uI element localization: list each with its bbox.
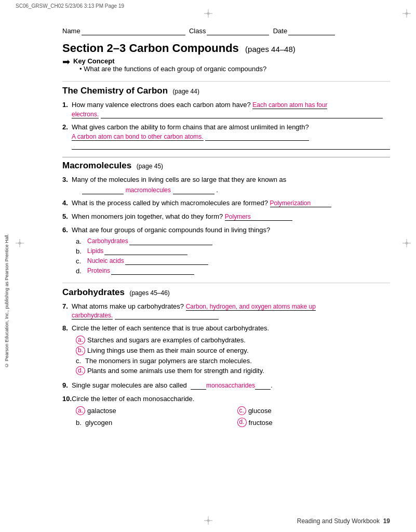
q3-block: Many of the molecules in living cells ar… bbox=[72, 175, 390, 194]
q1-text: How many valence electrons does each car… bbox=[72, 100, 252, 110]
q6-d-answer: Proteins bbox=[87, 267, 110, 274]
q6-d-label: d. bbox=[76, 267, 86, 275]
q9-period: . bbox=[271, 381, 273, 389]
date-label: Date bbox=[273, 27, 287, 35]
carb-page-ref: (pages 45–46) bbox=[129, 289, 169, 297]
q5-row: When monomers join together, what do the… bbox=[72, 212, 390, 221]
date-field[interactable] bbox=[288, 27, 335, 35]
crosshair-right-mid-icon bbox=[402, 239, 411, 247]
q4-blank bbox=[311, 199, 331, 207]
q10-num: 10. bbox=[62, 394, 72, 403]
question-4: 4. What is the process called by which m… bbox=[62, 198, 390, 208]
q3-period: . bbox=[216, 186, 218, 194]
question-8: 8. Circle the letter of each sentence th… bbox=[62, 324, 390, 377]
q1-num: 1. bbox=[62, 100, 72, 109]
q10-a-label: a. bbox=[76, 406, 85, 416]
key-concept-row: ➡ Key Concept • What are the functions o… bbox=[62, 57, 390, 73]
q1-answer-inline: Each carbon atom has four bbox=[252, 101, 327, 109]
q8-d-label: d. bbox=[76, 366, 85, 376]
q2-line2 bbox=[72, 141, 390, 150]
section-pages-ref: (pages 44–48) bbox=[245, 45, 296, 54]
name-class-date-row: Name Class Date bbox=[62, 27, 390, 35]
q6-a-line bbox=[129, 237, 212, 245]
q10-d: d. fructose bbox=[237, 418, 390, 427]
question-1: 1. How many valence electrons does each … bbox=[62, 100, 390, 118]
q9-text: Single sugar molecules are also called bbox=[72, 381, 191, 390]
q8-text: Circle the letter of each sentence that … bbox=[72, 324, 390, 333]
q6-a-label: a. bbox=[76, 237, 86, 245]
q10-a: a. galactose bbox=[76, 406, 229, 416]
q10-choices: a. galactose c. glucose b. glycogen d. f… bbox=[76, 406, 390, 429]
question-7: 7. What atoms make up carbohydrates? Car… bbox=[62, 302, 390, 320]
subsection-chemistry-title: The Chemistry of Carbon (page 44) bbox=[62, 81, 390, 96]
q7-answer-row2: carbohydrates. bbox=[72, 311, 390, 320]
q10-b: b. glycogen bbox=[76, 418, 229, 427]
q8-b-text: Living things use them as their main sou… bbox=[87, 347, 248, 354]
q5-blank bbox=[251, 212, 292, 221]
crosshair-bottom-icon bbox=[204, 516, 212, 525]
q5-block: When monomers join together, what do the… bbox=[72, 212, 390, 221]
q1-blank-line bbox=[101, 110, 383, 118]
q6-c-answer: Nucleic acids bbox=[87, 257, 124, 264]
q6-c: c. Nucleic acids bbox=[76, 257, 390, 265]
q3-answer: macromolecules bbox=[126, 187, 171, 194]
q9-answer: monosaccharides bbox=[206, 382, 255, 389]
footer-page: 19 bbox=[383, 517, 390, 525]
q8-d-text: Plants and some animals use them for str… bbox=[87, 367, 264, 375]
q3-blank-suffix bbox=[173, 186, 214, 194]
q6-b-line bbox=[104, 247, 187, 255]
chemistry-page-ref: (page 44) bbox=[173, 88, 199, 95]
key-concept-text: • What are the functions of each group o… bbox=[79, 65, 266, 73]
q8-d: d. Plants and some animals use them for … bbox=[76, 366, 390, 376]
key-concept-block: Key Concept • What are the functions of … bbox=[73, 57, 266, 73]
section-title-text: Section 2–3 Carbon Compounds bbox=[62, 42, 239, 55]
q2-text: What gives carbon the ability to form ch… bbox=[72, 123, 390, 132]
q7-text: What atoms make up carbohydrates? bbox=[72, 302, 186, 311]
q6-c-label: c. bbox=[76, 257, 86, 265]
q10-d-label: d. bbox=[237, 418, 247, 427]
section-title: Section 2–3 Carbon Compounds (pages 44–4… bbox=[62, 42, 390, 55]
q6-num: 6. bbox=[62, 225, 72, 234]
class-label: Class bbox=[189, 27, 206, 35]
q1-answer-line2: electrons. bbox=[72, 110, 390, 118]
q8-c-text: The monomers in sugar polymers are starc… bbox=[85, 357, 252, 365]
q5-num: 5. bbox=[62, 212, 72, 220]
question-6: 6. What are four groups of organic compo… bbox=[62, 225, 390, 276]
q8-b-label: b. bbox=[76, 346, 85, 355]
q8-a-text: Starches and sugars are examples of carb… bbox=[87, 336, 246, 344]
class-field[interactable] bbox=[207, 27, 269, 35]
subsection-carb-title: Carbohydrates (pages 45–46) bbox=[62, 283, 390, 298]
q8-num: 8. bbox=[62, 324, 72, 332]
subsection-macro-title: Macromolecules (page 45) bbox=[62, 161, 390, 171]
file-info: SC06_GRSW_CH02 5/23/06 3:13 PM Page 19 bbox=[16, 3, 124, 9]
q3-num: 3. bbox=[62, 175, 72, 183]
q8-c: c. The monomers in sugar polymers are st… bbox=[76, 357, 390, 365]
q6-block: What are four groups of organic compound… bbox=[72, 225, 390, 276]
crosshair-left-mid-icon bbox=[16, 239, 24, 247]
q5-text: When monomers join together, what do the… bbox=[72, 212, 225, 221]
q3-blank-prefix bbox=[82, 186, 124, 194]
q9-row: Single sugar molecules are also called m… bbox=[72, 381, 390, 390]
q9-blank-pre bbox=[191, 381, 206, 390]
q7-num: 7. bbox=[62, 302, 72, 310]
q10-d-text: fructose bbox=[249, 419, 273, 427]
separator-1 bbox=[62, 157, 390, 157]
q7-answer-line2: carbohydrates. bbox=[72, 312, 113, 320]
q6-c-line bbox=[125, 257, 208, 265]
name-field[interactable] bbox=[82, 27, 185, 35]
macro-page-ref: (page 45) bbox=[137, 163, 163, 170]
q8-choices: a. Starches and sugars are examples of c… bbox=[76, 336, 390, 376]
q7-row: What atoms make up carbohydrates? Carbon… bbox=[72, 302, 390, 311]
q10-c: c. glucose bbox=[237, 406, 390, 416]
question-3: 3. Many of the molecules in living cells… bbox=[62, 175, 390, 194]
q8-c-label: c. bbox=[76, 357, 85, 365]
q8-a: a. Starches and sugars are examples of c… bbox=[76, 336, 390, 345]
q1-text-row: How many valence electrons does each car… bbox=[72, 100, 390, 110]
question-9: 9. Single sugar molecules are also calle… bbox=[62, 381, 390, 390]
q6-a-answer: Carbohydrates bbox=[87, 237, 128, 245]
crosshair-right-top-icon bbox=[402, 9, 411, 18]
q5-answer: Polymers bbox=[225, 213, 251, 221]
q6-b: b. Lipids bbox=[76, 247, 390, 255]
footer-text: Reading and Study Workbook bbox=[297, 517, 380, 525]
name-label: Name bbox=[62, 27, 80, 35]
